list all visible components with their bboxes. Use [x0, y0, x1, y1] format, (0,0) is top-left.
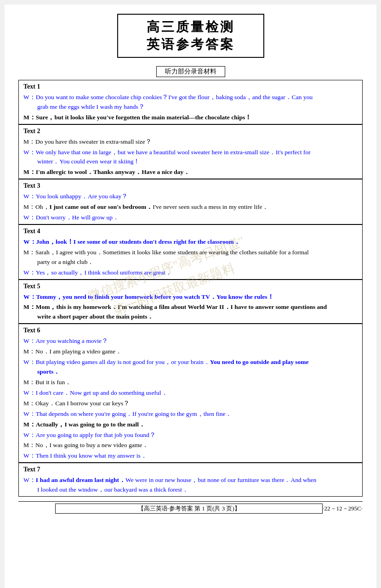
text3-label: Text 3: [22, 180, 359, 191]
text4-label: Text 4: [22, 226, 359, 237]
text6-line9: W：Are you going to apply for that job yo…: [22, 430, 359, 441]
title-line1: 高三质量检测: [125, 18, 256, 36]
text6-line6: M：Okay．Can I borrow your car keys？: [22, 398, 359, 409]
text4-line1: W：John，look！I see some of our students d…: [22, 237, 359, 247]
text-block-5: Text 5 W：Tommy，you need to finish your h…: [18, 280, 363, 324]
text6-line4: M：But it is fun．: [22, 377, 359, 388]
text3-line3: W：Don't worry．He will grow up．: [22, 213, 359, 223]
text5-line2: M：Mom，this is my homework．I'm watching a…: [22, 302, 359, 322]
text6-line8: M：Actually，I was going to go to the mall…: [22, 420, 359, 430]
text2-label: Text 2: [22, 126, 359, 137]
text6-line5: W：I don't care．Now get up and do somethi…: [22, 388, 359, 398]
text5-label: Text 5: [22, 281, 359, 292]
text3-line1: W：You look unhappy．Are you okay？: [22, 191, 359, 202]
text3-line2: M：Oh，I just came out of our son's bedroo…: [22, 202, 359, 213]
text6-label: Text 6: [22, 325, 359, 336]
text2-line2: W：We only have that one in large，but we …: [22, 147, 359, 168]
title-line2: 英语参考答案: [125, 36, 256, 53]
text6-line3: W：But playing video games all day is not…: [22, 357, 359, 377]
text6-line10: M：No，I was going to buy a new video game…: [22, 440, 359, 451]
text2-line3: M：I'm allergic to wool．Thanks anyway．Hav…: [22, 167, 359, 178]
text6-line11: W：Then I think you know what my answer i…: [22, 451, 359, 461]
text-block-6: Text 6 W：Are you watching a movie？ M：No．…: [18, 324, 363, 463]
text1-line2: M：Sure，but it looks like you've forgotte…: [22, 112, 359, 123]
text6-line1: W：Are you watching a movie？: [22, 336, 359, 347]
text5-line1: W：Tommy，you need to finish your homework…: [22, 292, 359, 302]
text-block-3: Text 3 W：You look unhappy．Are you okay？ …: [18, 179, 363, 224]
text-block-7: Text 7 W：I had an awful dream last night…: [18, 463, 363, 497]
text-block-1: Text 1 W：Do you want to make some chocol…: [18, 80, 363, 124]
page: 高三质量检测 英语参考答案 听力部分录音材料 微信搜索小程序"高考日知道" 第一…: [5, 5, 376, 588]
section-header: 听力部分录音材料: [156, 66, 225, 77]
text1-line1: W：Do you want to make some chocolate chi…: [22, 92, 359, 112]
text-block-4: Text 4 W：John，look！I see some of our stu…: [18, 224, 363, 280]
footer-center: 【高三英语·参考答案 第 1 页(共 3 页)】: [55, 504, 323, 514]
text4-line3: W：Yes，so actually，I think school uniform…: [22, 268, 359, 278]
text7-label: Text 7: [22, 464, 359, 475]
text7-line1: W：I had an awful dream last night．We wer…: [22, 475, 359, 495]
title-box: 高三质量检测 英语参考答案: [117, 14, 264, 58]
text4-line2: M：Sarah，I agree with you．Sometimes it lo…: [22, 247, 359, 268]
footer: 【高三英语·参考答案 第 1 页(共 3 页)】 ·22－12－295C·: [18, 501, 363, 514]
text2-line1: M：Do you have this sweater in extra-smal…: [22, 137, 359, 147]
text6-line7: W：That depends on where you're going．If …: [22, 409, 359, 420]
text1-label: Text 1: [22, 81, 359, 92]
footer-right: ·22－12－295C·: [323, 504, 363, 513]
text6-line2: M：No．I am playing a video game．: [22, 347, 359, 357]
text-block-2: Text 2 M：Do you have this sweater in ext…: [18, 124, 363, 179]
